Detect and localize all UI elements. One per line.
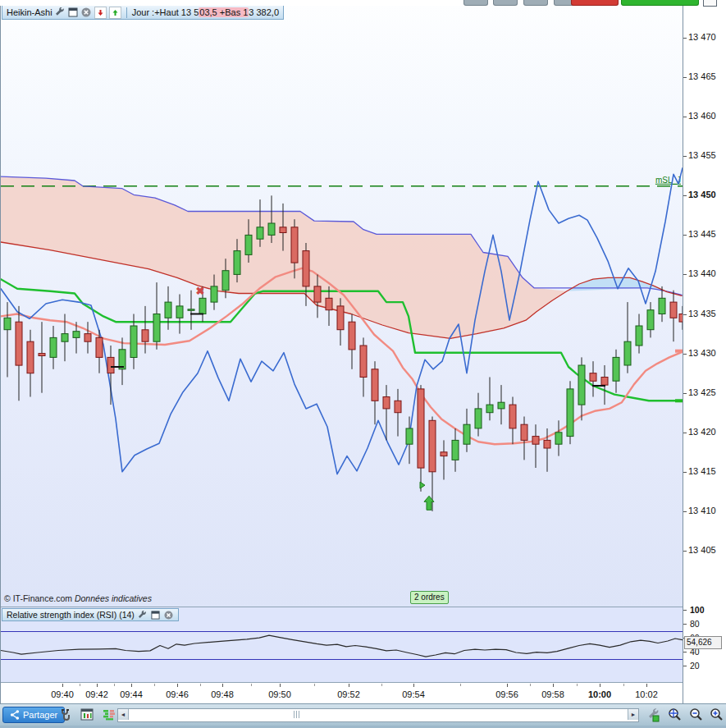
candle-body — [532, 437, 539, 445]
candle-body — [567, 389, 573, 437]
horizontal-scrollbar[interactable]: ◄ ► — [117, 708, 639, 722]
window-icon[interactable] — [68, 7, 79, 18]
time-axis-label: 09:48 — [206, 689, 239, 699]
price-tick — [683, 274, 687, 275]
zoom-in-button[interactable] — [708, 707, 724, 722]
candle-body — [84, 334, 91, 342]
price-tick — [683, 511, 687, 512]
mini-window-button[interactable] — [703, 0, 717, 7]
candle-body — [199, 298, 206, 314]
sell-arrow-icon[interactable] — [94, 7, 107, 19]
price-chart-pane[interactable]: mSL_J✖ Heikin-Ashi Jour :+Haut 13 503,5 … — [1, 4, 683, 607]
candle-body — [16, 322, 22, 365]
time-axis-label: 09:46 — [161, 689, 194, 699]
top-gray-button-1[interactable] — [463, 0, 488, 6]
candle-body — [601, 378, 608, 386]
time-tick — [349, 684, 349, 687]
rsi-tick — [683, 624, 687, 625]
price-tick — [683, 551, 687, 552]
candle-body — [142, 330, 148, 341]
share-button[interactable]: Partager — [2, 707, 65, 723]
rsi-axis-label: 60 — [690, 633, 700, 643]
bullish-cloud — [567, 277, 669, 291]
window-icon[interactable] — [150, 610, 161, 620]
indicator-chip: Heikin-Ashi Jour :+Haut 13 503,5 +Bas 13… — [2, 5, 284, 20]
candle-body — [27, 341, 34, 373]
time-axis[interactable]: 09:4009:4209:4409:4609:4809:5009:5209:54… — [1, 682, 683, 703]
wrench-icon[interactable] — [55, 7, 66, 18]
chart-settings-button[interactable] — [79, 707, 95, 722]
candle-body — [245, 235, 252, 254]
rsi-value-box: 54,626 — [684, 636, 722, 649]
scroll-left-button[interactable]: ◄ — [118, 709, 129, 720]
rsi-axis-label: 100 — [690, 605, 705, 615]
time-tick — [280, 684, 281, 687]
orders-badge[interactable]: 2 ordres — [410, 591, 449, 604]
candle-body — [234, 251, 240, 275]
rsi-tick — [683, 610, 687, 611]
time-minor-tick — [623, 684, 624, 686]
price-chart-canvas[interactable]: mSL_J✖ — [1, 4, 683, 607]
candle-body — [486, 405, 493, 413]
wrench-icon[interactable] — [137, 610, 148, 620]
sell-button[interactable] — [571, 0, 619, 6]
close-icon[interactable] — [81, 7, 92, 18]
magnet-snap-button[interactable] — [57, 707, 74, 722]
buy-arrow-icon[interactable] — [109, 7, 121, 19]
price-tick — [683, 117, 687, 117]
price-axis-label: 13 405 — [688, 545, 716, 555]
candle-body — [337, 306, 344, 330]
candle-body — [647, 310, 654, 330]
time-axis-label: 09:54 — [397, 689, 430, 699]
candle-body — [679, 314, 683, 323]
time-tick — [646, 684, 647, 687]
candle-body — [360, 346, 367, 378]
order-book-button[interactable] — [101, 707, 117, 722]
zoom-out-button[interactable] — [687, 707, 704, 722]
rsi-pane[interactable]: Relative strength index (RSI) (14) — [1, 607, 683, 682]
time-minor-tick — [314, 684, 315, 686]
buy-button[interactable] — [621, 0, 699, 6]
candle-body — [509, 405, 516, 428]
price-axis-label: 13 420 — [688, 427, 716, 437]
time-tick — [222, 684, 223, 687]
time-minor-tick — [381, 684, 382, 686]
candle-body — [73, 332, 80, 338]
time-axis-label: 10:00 — [583, 689, 616, 699]
candle-body — [624, 341, 631, 365]
zoom-fit-button[interactable] — [666, 707, 683, 722]
candle-body — [544, 440, 550, 448]
scroll-right-button[interactable]: ► — [628, 709, 638, 720]
time-minor-tick — [577, 684, 578, 686]
rsi-tick — [683, 666, 687, 666]
chart-window: mSL_J✖ Heikin-Ashi Jour :+Haut 13 503,5 … — [0, 3, 683, 703]
candle-body — [659, 298, 665, 314]
bearish-cloud — [1, 176, 567, 338]
close-icon[interactable] — [163, 610, 174, 620]
price-tick — [683, 472, 687, 473]
candle-body — [463, 424, 470, 444]
candle-body — [498, 402, 505, 409]
price-tick — [683, 38, 687, 39]
entry-triangle-marker — [420, 482, 425, 488]
share-label: Partager — [23, 710, 57, 720]
rsi-title: Relative strength index (RSI) (14) — [7, 610, 135, 620]
time-tick — [600, 684, 600, 687]
rsi-tick — [683, 638, 687, 639]
scrollbar-grip[interactable] — [292, 711, 300, 718]
price-tick — [683, 314, 687, 315]
candle-body — [153, 314, 160, 342]
zoom-settings-button[interactable] — [645, 707, 661, 722]
top-gray-button-2[interactable] — [493, 0, 518, 6]
time-minor-tick — [80, 684, 80, 686]
candle-body — [418, 389, 424, 468]
top-button-strip — [0, 0, 726, 6]
price-axis-label: 13 460 — [688, 111, 716, 121]
time-axis-label: 09:56 — [491, 689, 523, 699]
price-tick — [683, 393, 687, 394]
candle-body — [326, 298, 332, 309]
price-axis-label: 13 455 — [688, 150, 716, 160]
top-gray-button-3[interactable] — [523, 0, 548, 6]
candle-body — [372, 369, 378, 401]
value-axis-column[interactable]: 13 47013 46513 46013 45513 45013 44513 4… — [683, 0, 726, 703]
